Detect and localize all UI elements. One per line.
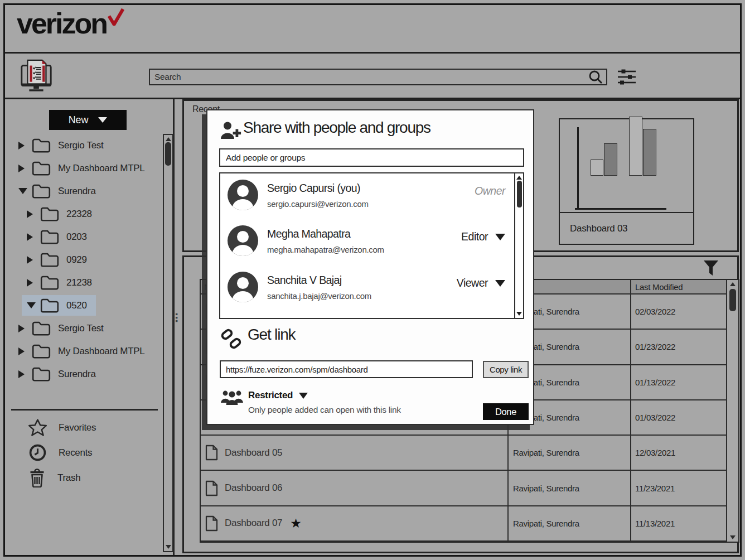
- favorite-star-icon[interactable]: [290, 517, 301, 530]
- caret-down-icon: [299, 393, 308, 399]
- caret-right-icon[interactable]: [27, 279, 33, 287]
- file-modified: 02/03/2022: [630, 295, 738, 329]
- sidebar-item-my-dashboard-mtpl[interactable]: My Dashboard MTPL: [5, 157, 164, 180]
- trash-icon: [28, 469, 46, 487]
- access-description: Only people added can open with this lin…: [248, 405, 401, 415]
- sidebar-scrollbar[interactable]: [163, 134, 173, 552]
- scrollbar-thumb[interactable]: [165, 142, 171, 166]
- table-row[interactable]: Dashboard 06 Ravipati, Surendra 11/23/20…: [201, 471, 738, 506]
- caret-right-icon[interactable]: [18, 165, 25, 172]
- file-modified: 01/23/2022: [630, 330, 738, 364]
- folder-icon: [40, 275, 59, 290]
- caret-down-icon[interactable]: [18, 188, 27, 194]
- sidebar-item-my-dashboard-mtpl-2[interactable]: My Dashboard MTPL: [5, 340, 164, 363]
- sidebar-item-22328[interactable]: 22328: [5, 202, 164, 225]
- sidebar-item-label: Sergio Test: [58, 323, 103, 334]
- report-app-icon[interactable]: [18, 59, 54, 95]
- scroll-down-icon[interactable]: [730, 535, 736, 539]
- folder-icon: [40, 229, 59, 244]
- role-dropdown[interactable]: Viewer: [457, 277, 505, 289]
- table-row[interactable]: Dashboard 05 Ravipati, Surendra 12/03/20…: [201, 436, 738, 471]
- share-dialog: Share with people and groups Sergio Capu…: [206, 109, 534, 425]
- avatar-icon: [227, 225, 259, 259]
- copy-link-button[interactable]: Copy link: [483, 361, 529, 378]
- verizon-check-icon: [108, 8, 124, 26]
- caret-right-icon[interactable]: [18, 347, 25, 355]
- dialog-title: Share with people and groups: [243, 119, 430, 137]
- sidebar-item-surendra-2[interactable]: Surendra: [5, 363, 164, 385]
- sidebar-item-sergio-test[interactable]: Sergio Test: [5, 134, 164, 157]
- role-dropdown[interactable]: Editor: [461, 230, 505, 243]
- person-row: Sanchita V Bajaj sanchita.j.bajaj@verizo…: [220, 271, 513, 315]
- file-icon: [205, 480, 218, 496]
- new-button[interactable]: New: [49, 110, 127, 130]
- sidebar-item-21238[interactable]: 21238: [5, 271, 164, 294]
- share-link-input[interactable]: [220, 360, 473, 378]
- sidebar-item-0929[interactable]: 0929: [5, 248, 164, 271]
- caret-right-icon[interactable]: [18, 370, 25, 378]
- file-modified: 11/13/2021: [630, 506, 738, 540]
- dashboard-card[interactable]: Dashboard 03: [559, 118, 694, 245]
- folder-icon: [32, 344, 51, 359]
- access-label: Restricted: [248, 390, 293, 401]
- people-list-scrollbar[interactable]: [514, 173, 523, 318]
- folder-icon: [40, 206, 59, 221]
- table-scrollbar[interactable]: [726, 280, 738, 542]
- caret-right-icon[interactable]: [18, 325, 25, 332]
- file-modified: 01/03/2022: [630, 400, 738, 435]
- app-window: verizon: [0, 0, 745, 560]
- table-row[interactable]: Dashboard 07 Ravipati, Surendra 11/13/20…: [201, 506, 738, 542]
- panel-resize-handle[interactable]: [174, 316, 183, 322]
- filter-settings-icon[interactable]: [617, 68, 636, 88]
- file-name: Dashboard 06: [225, 482, 282, 494]
- caret-down-icon[interactable]: [27, 302, 36, 308]
- file-owner: Ravipati, Surendra: [507, 506, 630, 540]
- search-input[interactable]: [150, 72, 588, 82]
- person-name: Megha Mahapatra: [267, 228, 350, 240]
- scrollbar-thumb[interactable]: [517, 181, 522, 207]
- file-owner: Ravipati, Surendra: [507, 436, 630, 470]
- sidebar-item-label: 22328: [66, 209, 92, 220]
- header-divider: [5, 52, 740, 54]
- scroll-up-icon[interactable]: [730, 282, 736, 286]
- role-label: Viewer: [457, 277, 488, 289]
- person-email: sergio.capursi@verizon.com: [267, 199, 369, 209]
- add-people-input[interactable]: [219, 148, 524, 167]
- folder-icon: [40, 298, 59, 313]
- table-filter-icon[interactable]: [703, 260, 719, 279]
- scrollbar-thumb[interactable]: [729, 289, 736, 311]
- sidebar-item-favorites[interactable]: Favorites: [5, 415, 164, 440]
- header-last-modified[interactable]: Last Modified: [630, 280, 738, 293]
- chart-y-axis: [577, 127, 579, 210]
- sidebar-item-label: 0520: [66, 300, 87, 311]
- verizon-logo-text: verizon: [17, 9, 107, 38]
- folder-icon: [40, 252, 59, 267]
- sidebar-item-sergio-test-2[interactable]: Sergio Test: [5, 317, 164, 340]
- sidebar-item-label: 21238: [66, 277, 92, 288]
- caret-right-icon[interactable]: [27, 233, 33, 241]
- clock-icon: [28, 443, 47, 462]
- sidebar-item-0520-selected[interactable]: 0520: [5, 294, 164, 317]
- sidebar-item-0203[interactable]: 0203: [5, 225, 164, 248]
- folder-icon: [32, 161, 51, 176]
- folder-tree: Sergio Test My Dashboard MTPL Surendra 2…: [5, 134, 164, 385]
- scroll-up-icon[interactable]: [516, 176, 522, 180]
- link-access-dropdown[interactable]: Restricted: [248, 390, 308, 401]
- verizon-logo: verizon: [17, 9, 124, 38]
- sidebar-item-surendra[interactable]: Surendra: [5, 180, 164, 202]
- chart-bar: [643, 129, 656, 176]
- person-row: Megha Mahapatra megha.mahapatra@verizon.…: [220, 225, 513, 268]
- caret-right-icon[interactable]: [27, 210, 33, 218]
- people-list: Sergio Capursi (you) sergio.capursi@veri…: [219, 172, 524, 319]
- caret-down-icon: [495, 234, 505, 240]
- scroll-down-icon[interactable]: [516, 312, 522, 316]
- scroll-down-icon[interactable]: [166, 545, 171, 549]
- person-name: Sanchita V Bajaj: [267, 274, 342, 287]
- sidebar-item-trash[interactable]: Trash: [5, 465, 164, 490]
- caret-right-icon[interactable]: [18, 142, 25, 149]
- scroll-up-icon[interactable]: [166, 137, 171, 141]
- sidebar-item-recents[interactable]: Recents: [5, 440, 164, 465]
- search-icon[interactable]: [588, 70, 603, 84]
- done-button[interactable]: Done: [483, 403, 529, 420]
- caret-right-icon[interactable]: [27, 256, 33, 264]
